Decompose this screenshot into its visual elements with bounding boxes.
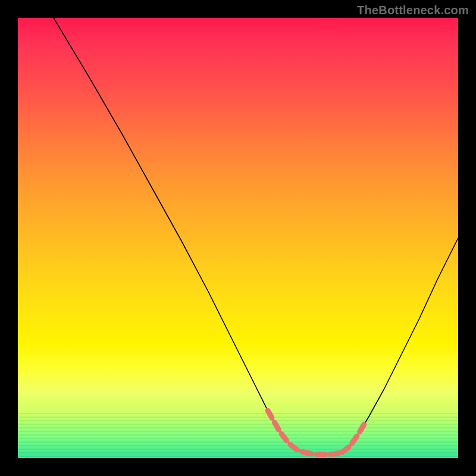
highlight-left: [268, 411, 303, 452]
curve-right-branch: [342, 238, 458, 452]
highlight-valley: [303, 452, 342, 455]
watermark-text: TheBottleneck.com: [357, 4, 469, 17]
curve-left-branch: [54, 18, 303, 452]
curve-svg: [18, 18, 458, 458]
chart-container: TheBottleneck.com: [0, 0, 476, 476]
plot-area: [18, 18, 458, 458]
highlight-right: [342, 421, 366, 452]
